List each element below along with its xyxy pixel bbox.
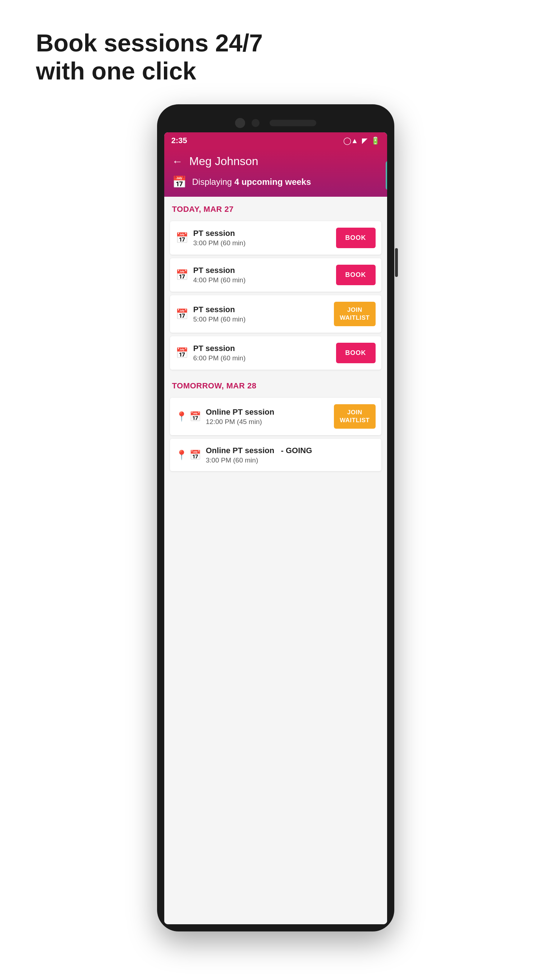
day-section-0: TODAY, MAR 27 bbox=[164, 197, 387, 218]
session-time-1-0: 12:00 PM (45 min) bbox=[206, 418, 275, 426]
page-heading: Book sessions 24/7 with one click bbox=[36, 29, 263, 85]
volume-button bbox=[395, 248, 398, 277]
back-button[interactable]: ← bbox=[172, 155, 183, 168]
day-label-0: TODAY, MAR 27 bbox=[172, 205, 379, 214]
weeks-prefix: Displaying bbox=[192, 177, 234, 187]
heading-line1: Book sessions 24/7 bbox=[36, 29, 263, 57]
status-bar: 2:35 ◯▲ ◤ 🔋 bbox=[164, 132, 387, 148]
day-section-1: TOMORROW, MAR 28 bbox=[164, 373, 387, 394]
session-card-1-0: 📍📅Online PT session12:00 PM (45 min)JOIN… bbox=[170, 398, 381, 435]
app-header: ← Meg Johnson 📅 Displaying 4 upcoming we… bbox=[164, 148, 387, 197]
session-name-0-3: PT session bbox=[194, 344, 246, 353]
session-card-0-3: 📅PT session6:00 PM (60 min)BOOK bbox=[170, 336, 381, 370]
session-calendar-icon: 📅 bbox=[176, 347, 188, 359]
session-card-0-1: 📅PT session4:00 PM (60 min)BOOK bbox=[170, 258, 381, 292]
battery-icon: 🔋 bbox=[371, 136, 380, 145]
session-name-0-1: PT session bbox=[194, 266, 246, 275]
phone-notch bbox=[164, 111, 387, 132]
session-left-1-0: 📍📅Online PT session12:00 PM (45 min) bbox=[176, 407, 275, 426]
book-button-0-3[interactable]: BOOK bbox=[336, 343, 376, 363]
session-calendar-icon: 📅 bbox=[176, 269, 188, 281]
location-icon: 📍 bbox=[176, 450, 187, 461]
session-card-0-2: 📅PT session5:00 PM (60 min)JOINWAITLIST bbox=[170, 295, 381, 332]
phone-screen: 2:35 ◯▲ ◤ 🔋 ← Meg Johnson 📅 Displaying 4… bbox=[164, 132, 387, 924]
camera-dot bbox=[235, 118, 245, 128]
session-left-0-2: 📅PT session5:00 PM (60 min) bbox=[176, 305, 246, 323]
session-calendar-icon: 📅 bbox=[176, 232, 188, 244]
status-time: 2:35 bbox=[171, 136, 187, 145]
scroll-indicator bbox=[386, 161, 387, 190]
session-calendar-icon: 📅 bbox=[176, 308, 188, 320]
session-info-1-0: Online PT session12:00 PM (45 min) bbox=[206, 407, 275, 426]
heading-line2: with one click bbox=[36, 57, 263, 85]
session-name-1-1: Online PT session - GOING bbox=[206, 446, 312, 455]
status-icons: ◯▲ ◤ 🔋 bbox=[343, 136, 380, 145]
session-left-1-1: 📍📅Online PT session - GOING3:00 PM (60 m… bbox=[176, 446, 312, 464]
day-label-1: TOMORROW, MAR 28 bbox=[172, 381, 379, 391]
waitlist-button-0-2[interactable]: JOINWAITLIST bbox=[334, 302, 375, 326]
online-icons: 📍📅 bbox=[176, 411, 201, 422]
session-name-0-0: PT session bbox=[194, 229, 246, 238]
session-time-0-2: 5:00 PM (60 min) bbox=[194, 315, 246, 323]
waitlist-button-1-0[interactable]: JOINWAITLIST bbox=[334, 404, 375, 429]
session-info-0-3: PT session6:00 PM (60 min) bbox=[194, 344, 246, 362]
book-button-0-0[interactable]: BOOK bbox=[336, 228, 376, 248]
session-card-1-1: 📍📅Online PT session - GOING3:00 PM (60 m… bbox=[170, 439, 381, 471]
content-area[interactable]: TODAY, MAR 27📅PT session3:00 PM (60 min)… bbox=[164, 197, 387, 924]
sensor-dot bbox=[252, 119, 259, 127]
weeks-value: 4 upcoming weeks bbox=[234, 177, 311, 187]
session-info-1-1: Online PT session - GOING3:00 PM (60 min… bbox=[206, 446, 312, 464]
session-calendar-icon: 📅 bbox=[189, 450, 201, 461]
session-calendar-icon: 📅 bbox=[189, 411, 201, 422]
session-left-0-1: 📅PT session4:00 PM (60 min) bbox=[176, 266, 246, 284]
session-name-0-2: PT session bbox=[194, 305, 246, 314]
calendar-icon: 📅 bbox=[172, 175, 187, 189]
location-icon: 📍 bbox=[176, 411, 187, 422]
app-header-top: ← Meg Johnson bbox=[172, 154, 379, 168]
session-left-0-3: 📅PT session6:00 PM (60 min) bbox=[176, 344, 246, 362]
phone-frame: 2:35 ◯▲ ◤ 🔋 ← Meg Johnson 📅 Displaying 4… bbox=[157, 104, 394, 931]
app-title: Meg Johnson bbox=[189, 154, 259, 168]
session-left-0-0: 📅PT session3:00 PM (60 min) bbox=[176, 229, 246, 247]
online-icons: 📍📅 bbox=[176, 450, 201, 461]
signal-icon: ◤ bbox=[362, 136, 367, 145]
session-info-0-1: PT session4:00 PM (60 min) bbox=[194, 266, 246, 284]
speaker-bar bbox=[270, 120, 316, 126]
weeks-display: Displaying 4 upcoming weeks bbox=[192, 177, 311, 187]
session-name-1-0: Online PT session bbox=[206, 407, 275, 417]
weeks-row: 📅 Displaying 4 upcoming weeks bbox=[172, 175, 379, 189]
book-button-0-1[interactable]: BOOK bbox=[336, 265, 376, 285]
session-time-0-1: 4:00 PM (60 min) bbox=[194, 276, 246, 284]
session-time-0-3: 6:00 PM (60 min) bbox=[194, 354, 246, 362]
wifi-icon: ◯▲ bbox=[343, 136, 358, 145]
session-info-0-0: PT session3:00 PM (60 min) bbox=[194, 229, 246, 247]
session-info-0-2: PT session5:00 PM (60 min) bbox=[194, 305, 246, 323]
session-card-0-0: 📅PT session3:00 PM (60 min)BOOK bbox=[170, 221, 381, 255]
session-time-0-0: 3:00 PM (60 min) bbox=[194, 239, 246, 247]
session-time-1-1: 3:00 PM (60 min) bbox=[206, 457, 312, 464]
